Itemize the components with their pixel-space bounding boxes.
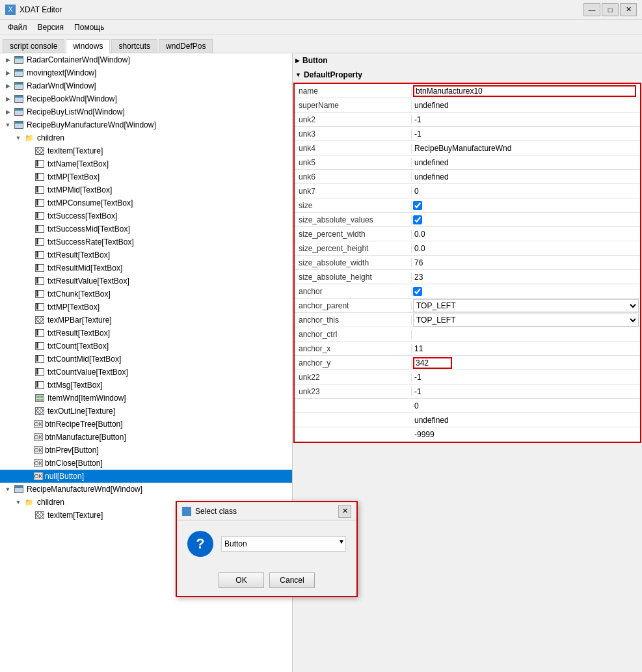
dialog-close-button[interactable]: ✕ — [338, 505, 351, 518]
dialog-overlay: Select class ✕ ? Button TextBox Texture … — [0, 0, 642, 672]
dialog-dropdown-wrapper: Button TextBox Texture Window ▼ — [221, 536, 346, 552]
dialog-title-label: Select class — [195, 507, 338, 516]
dialog-question-icon: ? — [187, 531, 213, 557]
dialog-title-bar: Select class ✕ — [177, 502, 356, 520]
dialog-cancel-button[interactable]: Cancel — [269, 572, 315, 588]
dialog-body: ? Button TextBox Texture Window ▼ — [177, 520, 356, 567]
dialog-ok-button[interactable]: OK — [219, 572, 264, 588]
dialog-footer: OK Cancel — [177, 567, 356, 596]
select-class-dialog: Select class ✕ ? Button TextBox Texture … — [176, 501, 358, 597]
dialog-icon — [182, 507, 191, 516]
dialog-class-dropdown[interactable]: Button TextBox Texture Window — [221, 536, 346, 552]
